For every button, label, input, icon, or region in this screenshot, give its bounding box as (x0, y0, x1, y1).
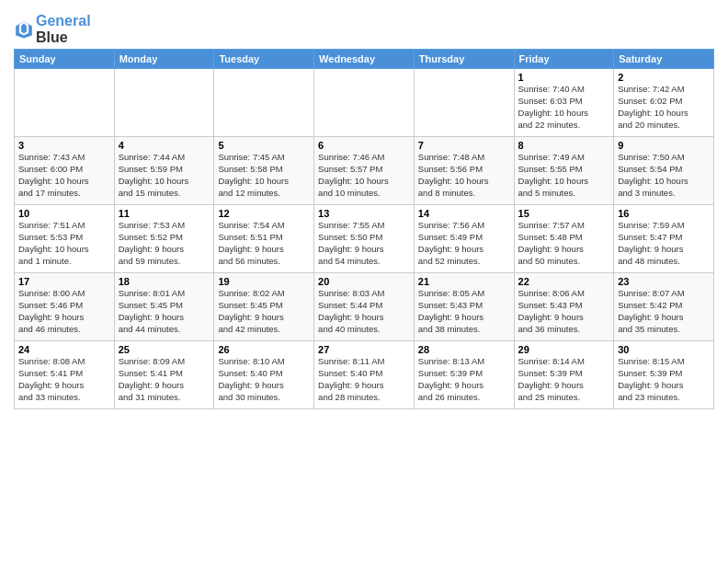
weekday-header: Wednesday (314, 50, 415, 69)
day-number: 24 (18, 344, 110, 355)
calendar-cell: 17Sunrise: 8:00 AM Sunset: 5:46 PM Dayli… (15, 273, 115, 341)
calendar-cell: 13Sunrise: 7:55 AM Sunset: 5:50 PM Dayli… (314, 205, 415, 273)
calendar-cell: 6Sunrise: 7:46 AM Sunset: 5:57 PM Daylig… (314, 137, 415, 205)
day-info: Sunrise: 8:05 AM Sunset: 5:43 PM Dayligh… (418, 288, 510, 335)
day-number: 11 (119, 208, 210, 219)
day-info: Sunrise: 7:46 AM Sunset: 5:57 PM Dayligh… (318, 152, 410, 199)
day-info: Sunrise: 7:40 AM Sunset: 6:03 PM Dayligh… (518, 84, 610, 131)
day-info: Sunrise: 8:07 AM Sunset: 5:42 PM Dayligh… (618, 288, 710, 335)
day-info: Sunrise: 7:56 AM Sunset: 5:49 PM Dayligh… (418, 220, 510, 267)
day-number: 30 (618, 344, 710, 355)
day-number: 25 (119, 344, 210, 355)
day-info: Sunrise: 7:44 AM Sunset: 5:59 PM Dayligh… (119, 152, 210, 199)
calendar-cell: 25Sunrise: 8:09 AM Sunset: 5:41 PM Dayli… (114, 341, 214, 409)
calendar-cell (214, 69, 314, 137)
day-info: Sunrise: 7:57 AM Sunset: 5:48 PM Dayligh… (518, 220, 610, 267)
calendar-cell: 26Sunrise: 8:10 AM Sunset: 5:40 PM Dayli… (214, 341, 314, 409)
weekday-header: Thursday (414, 50, 514, 69)
calendar-cell (15, 69, 115, 137)
day-info: Sunrise: 8:15 AM Sunset: 5:39 PM Dayligh… (618, 356, 710, 403)
logo: GeneralBlue (14, 13, 91, 45)
weekday-header: Tuesday (214, 50, 314, 69)
day-number: 13 (318, 208, 410, 219)
calendar-cell: 27Sunrise: 8:11 AM Sunset: 5:40 PM Dayli… (314, 341, 415, 409)
logo-text: GeneralBlue (36, 13, 91, 45)
day-number: 16 (618, 208, 710, 219)
calendar-cell: 3Sunrise: 7:43 AM Sunset: 6:00 PM Daylig… (15, 137, 115, 205)
day-info: Sunrise: 8:03 AM Sunset: 5:44 PM Dayligh… (318, 288, 410, 335)
day-info: Sunrise: 8:13 AM Sunset: 5:39 PM Dayligh… (418, 356, 510, 403)
day-number: 7 (418, 140, 510, 151)
day-number: 12 (218, 208, 310, 219)
day-number: 6 (318, 140, 410, 151)
calendar-week-row: 1Sunrise: 7:40 AM Sunset: 6:03 PM Daylig… (15, 69, 714, 137)
calendar-cell: 1Sunrise: 7:40 AM Sunset: 6:03 PM Daylig… (514, 69, 614, 137)
logo-icon (14, 19, 34, 40)
calendar-cell: 19Sunrise: 8:02 AM Sunset: 5:45 PM Dayli… (214, 273, 314, 341)
day-number: 4 (119, 140, 210, 151)
calendar-cell: 14Sunrise: 7:56 AM Sunset: 5:49 PM Dayli… (414, 205, 514, 273)
day-number: 5 (218, 140, 310, 151)
day-info: Sunrise: 7:59 AM Sunset: 5:47 PM Dayligh… (618, 220, 710, 267)
day-number: 21 (418, 276, 510, 287)
calendar-cell: 20Sunrise: 8:03 AM Sunset: 5:44 PM Dayli… (314, 273, 415, 341)
calendar-cell: 24Sunrise: 8:08 AM Sunset: 5:41 PM Dayli… (15, 341, 115, 409)
calendar-cell: 12Sunrise: 7:54 AM Sunset: 5:51 PM Dayli… (214, 205, 314, 273)
day-info: Sunrise: 7:48 AM Sunset: 5:56 PM Dayligh… (418, 152, 510, 199)
day-info: Sunrise: 8:01 AM Sunset: 5:45 PM Dayligh… (119, 288, 210, 335)
day-number: 17 (18, 276, 110, 287)
day-info: Sunrise: 8:10 AM Sunset: 5:40 PM Dayligh… (218, 356, 310, 403)
calendar-week-row: 3Sunrise: 7:43 AM Sunset: 6:00 PM Daylig… (15, 137, 714, 205)
day-info: Sunrise: 7:55 AM Sunset: 5:50 PM Dayligh… (318, 220, 410, 267)
weekday-header: Monday (114, 50, 214, 69)
day-number: 22 (518, 276, 610, 287)
day-info: Sunrise: 7:50 AM Sunset: 5:54 PM Dayligh… (618, 152, 710, 199)
calendar-cell: 2Sunrise: 7:42 AM Sunset: 6:02 PM Daylig… (614, 69, 714, 137)
day-number: 28 (418, 344, 510, 355)
day-number: 15 (518, 208, 610, 219)
calendar-week-row: 24Sunrise: 8:08 AM Sunset: 5:41 PM Dayli… (15, 341, 714, 409)
calendar-cell: 30Sunrise: 8:15 AM Sunset: 5:39 PM Dayli… (614, 341, 714, 409)
calendar-cell: 22Sunrise: 8:06 AM Sunset: 5:43 PM Dayli… (514, 273, 614, 341)
day-number: 10 (18, 208, 110, 219)
calendar-cell (414, 69, 514, 137)
day-number: 14 (418, 208, 510, 219)
day-number: 3 (18, 140, 110, 151)
calendar-cell: 23Sunrise: 8:07 AM Sunset: 5:42 PM Dayli… (614, 273, 714, 341)
day-info: Sunrise: 7:53 AM Sunset: 5:52 PM Dayligh… (119, 220, 210, 267)
day-number: 1 (518, 72, 610, 83)
calendar-cell: 18Sunrise: 8:01 AM Sunset: 5:45 PM Dayli… (114, 273, 214, 341)
day-number: 29 (518, 344, 610, 355)
day-info: Sunrise: 8:11 AM Sunset: 5:40 PM Dayligh… (318, 356, 410, 403)
day-info: Sunrise: 8:02 AM Sunset: 5:45 PM Dayligh… (218, 288, 310, 335)
calendar-cell: 16Sunrise: 7:59 AM Sunset: 5:47 PM Dayli… (614, 205, 714, 273)
weekday-header: Saturday (614, 50, 714, 69)
day-info: Sunrise: 7:54 AM Sunset: 5:51 PM Dayligh… (218, 220, 310, 267)
calendar-cell: 7Sunrise: 7:48 AM Sunset: 5:56 PM Daylig… (414, 137, 514, 205)
calendar-table: SundayMondayTuesdayWednesdayThursdayFrid… (14, 49, 714, 409)
calendar-cell: 28Sunrise: 8:13 AM Sunset: 5:39 PM Dayli… (414, 341, 514, 409)
day-number: 9 (618, 140, 710, 151)
calendar-cell: 5Sunrise: 7:45 AM Sunset: 5:58 PM Daylig… (214, 137, 314, 205)
day-info: Sunrise: 8:00 AM Sunset: 5:46 PM Dayligh… (18, 288, 110, 335)
page-container: GeneralBlue SundayMondayTuesdayWednesday… (0, 0, 728, 419)
day-number: 19 (218, 276, 310, 287)
calendar-cell: 21Sunrise: 8:05 AM Sunset: 5:43 PM Dayli… (414, 273, 514, 341)
calendar-week-row: 10Sunrise: 7:51 AM Sunset: 5:53 PM Dayli… (15, 205, 714, 273)
day-number: 20 (318, 276, 410, 287)
calendar-cell: 4Sunrise: 7:44 AM Sunset: 5:59 PM Daylig… (114, 137, 214, 205)
day-number: 18 (119, 276, 210, 287)
day-info: Sunrise: 8:14 AM Sunset: 5:39 PM Dayligh… (518, 356, 610, 403)
day-number: 23 (618, 276, 710, 287)
day-info: Sunrise: 7:42 AM Sunset: 6:02 PM Dayligh… (618, 84, 710, 131)
day-info: Sunrise: 8:06 AM Sunset: 5:43 PM Dayligh… (518, 288, 610, 335)
day-info: Sunrise: 8:08 AM Sunset: 5:41 PM Dayligh… (18, 356, 110, 403)
day-info: Sunrise: 7:43 AM Sunset: 6:00 PM Dayligh… (18, 152, 110, 199)
calendar-cell: 8Sunrise: 7:49 AM Sunset: 5:55 PM Daylig… (514, 137, 614, 205)
day-info: Sunrise: 8:09 AM Sunset: 5:41 PM Dayligh… (119, 356, 210, 403)
day-number: 2 (618, 72, 710, 83)
calendar-cell: 9Sunrise: 7:50 AM Sunset: 5:54 PM Daylig… (614, 137, 714, 205)
header: GeneralBlue (14, 9, 714, 45)
calendar-cell (114, 69, 214, 137)
day-info: Sunrise: 7:45 AM Sunset: 5:58 PM Dayligh… (218, 152, 310, 199)
